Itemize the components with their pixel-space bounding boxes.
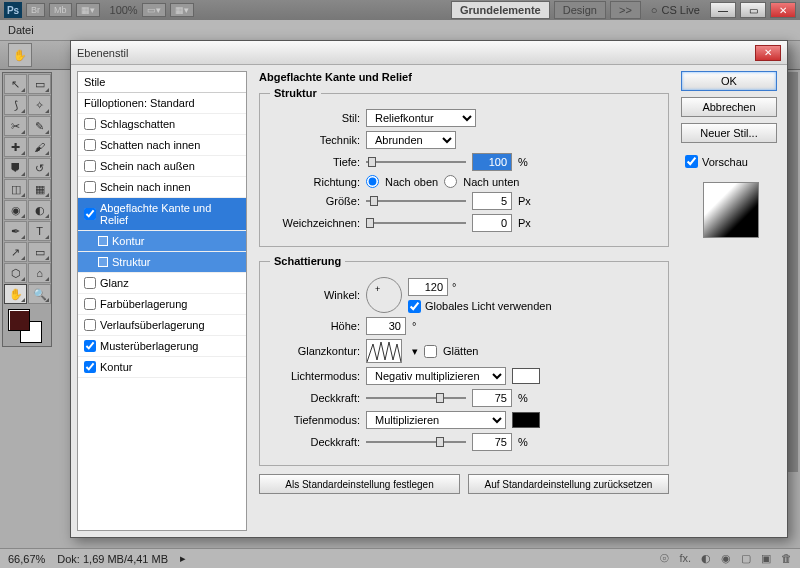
status-adjust-icon[interactable]: ◉	[721, 552, 731, 565]
global-light-checkbox[interactable]	[408, 300, 421, 313]
bridge-button[interactable]: Br	[26, 3, 45, 17]
status-trash-icon[interactable]: 🗑	[781, 552, 792, 565]
hoehe-input[interactable]	[366, 317, 406, 335]
style-schlagschatten[interactable]: Schlagschatten	[78, 114, 246, 135]
style-farbueberlagerung[interactable]: Farbüberlagerung	[78, 294, 246, 315]
stil-select[interactable]: Reliefkontur	[366, 109, 476, 127]
status-mask-icon[interactable]: ◐	[701, 552, 711, 565]
style-abgeflachte[interactable]: Abgeflachte Kante und Relief	[78, 198, 246, 231]
richtung-up-radio[interactable]	[366, 175, 379, 188]
status-new-icon[interactable]: ▣	[761, 552, 771, 565]
style-verlaufsueberlagerung[interactable]: Verlaufsüberlagerung	[78, 315, 246, 336]
weich-slider[interactable]	[366, 216, 466, 230]
richtung-down-radio[interactable]	[444, 175, 457, 188]
style-sub-struktur[interactable]: Struktur	[78, 252, 246, 273]
style-glanz[interactable]: Glanz	[78, 273, 246, 294]
pen-tool[interactable]: ✒	[4, 221, 27, 241]
deckkraft1-slider[interactable]	[366, 391, 466, 405]
blur-tool[interactable]: ◉	[4, 200, 27, 220]
style-schein-innen[interactable]: Schein nach innen	[78, 177, 246, 198]
type-tool[interactable]: T	[28, 221, 51, 241]
stamp-tool[interactable]: ⛊	[4, 158, 27, 178]
brush-tool[interactable]: 🖌	[28, 137, 51, 157]
zoom-readout[interactable]: 100%	[110, 4, 138, 16]
move-tool[interactable]: ↖	[4, 74, 27, 94]
cslive-button[interactable]: CS Live	[645, 4, 706, 16]
screen-mode-button[interactable]: ▦▾	[76, 3, 100, 17]
shape-tool[interactable]: ▭	[28, 242, 51, 262]
reset-default-button[interactable]: Auf Standardeinstellung zurücksetzen	[468, 474, 669, 494]
shadow-color-swatch[interactable]	[512, 412, 540, 428]
tiefe-slider[interactable]	[366, 155, 466, 169]
status-link-icon[interactable]: ⦾	[660, 552, 669, 565]
deckkraft2-input[interactable]	[472, 433, 512, 451]
checkbox-verlaufsueberlagerung[interactable]	[84, 319, 96, 331]
minimize-button[interactable]: —	[710, 2, 736, 18]
workspace-design[interactable]: Design	[554, 1, 606, 19]
preview-checkbox[interactable]	[685, 155, 698, 168]
status-fx-icon[interactable]: fx.	[679, 552, 691, 565]
status-folder-icon[interactable]: ▢	[741, 552, 751, 565]
crop-tool[interactable]: ✂	[4, 116, 27, 136]
dodge-tool[interactable]: ◐	[28, 200, 51, 220]
foreground-swatch[interactable]	[8, 309, 30, 331]
dialog-close-button[interactable]: ✕	[755, 45, 781, 61]
groesse-slider[interactable]	[366, 194, 466, 208]
extras-button[interactable]: ▦▾	[170, 3, 194, 17]
hand-tool-icon[interactable]: ✋	[8, 43, 32, 67]
checkbox-schein-aussen[interactable]	[84, 160, 96, 172]
style-schein-aussen[interactable]: Schein nach außen	[78, 156, 246, 177]
checkbox-schein-innen[interactable]	[84, 181, 96, 193]
fill-options-row[interactable]: Fülloptionen: Standard	[78, 93, 246, 114]
3d-tool[interactable]: ⬡	[4, 263, 27, 283]
deckkraft1-input[interactable]	[472, 389, 512, 407]
checkbox-glanz[interactable]	[84, 277, 96, 289]
zoom-tool[interactable]: 🔍	[28, 284, 51, 304]
tiefe-input[interactable]	[472, 153, 512, 171]
arrange-button[interactable]: ▭▾	[142, 3, 166, 17]
angle-dial[interactable]	[366, 277, 402, 313]
cancel-button[interactable]: Abbrechen	[681, 97, 777, 117]
groesse-input[interactable]	[472, 192, 512, 210]
glanzkontur-picker[interactable]	[366, 339, 402, 363]
status-doc[interactable]: Dok: 1,69 MB/4,41 MB	[57, 553, 168, 565]
style-kontur[interactable]: Kontur	[78, 357, 246, 378]
workspace-more[interactable]: >>	[610, 1, 641, 19]
color-swatches[interactable]	[4, 305, 51, 345]
minibridge-button[interactable]: Mb	[49, 3, 72, 17]
maximize-button[interactable]: ▭	[740, 2, 766, 18]
eyedropper-tool[interactable]: ✎	[28, 116, 51, 136]
camera-tool[interactable]: ⌂	[28, 263, 51, 283]
highlight-color-swatch[interactable]	[512, 368, 540, 384]
dialog-titlebar[interactable]: Ebenenstil ✕	[71, 41, 787, 65]
new-style-button[interactable]: Neuer Stil...	[681, 123, 777, 143]
weich-input[interactable]	[472, 214, 512, 232]
status-zoom[interactable]: 66,67%	[8, 553, 45, 565]
style-schatten-innen[interactable]: Schatten nach innen	[78, 135, 246, 156]
winkel-input[interactable]	[408, 278, 448, 296]
styles-header[interactable]: Stile	[78, 72, 246, 93]
marquee-tool[interactable]: ▭	[28, 74, 51, 94]
wand-tool[interactable]: ✧	[28, 95, 51, 115]
tiefenmodus-select[interactable]: Multiplizieren	[366, 411, 506, 429]
menu-datei[interactable]: Datei	[8, 24, 34, 36]
checkbox-farbueberlagerung[interactable]	[84, 298, 96, 310]
workspace-grundelemente[interactable]: Grundelemente	[451, 1, 550, 19]
deckkraft2-slider[interactable]	[366, 435, 466, 449]
panel-dock[interactable]	[788, 72, 798, 472]
checkbox-musterueberlagerung[interactable]	[84, 340, 96, 352]
checkbox-kontur[interactable]	[84, 361, 96, 373]
history-brush-tool[interactable]: ↺	[28, 158, 51, 178]
eraser-tool[interactable]: ◫	[4, 179, 27, 199]
ok-button[interactable]: OK	[681, 71, 777, 91]
technik-select[interactable]: Abrunden	[366, 131, 456, 149]
healing-tool[interactable]: ✚	[4, 137, 27, 157]
checkbox-schatten-innen[interactable]	[84, 139, 96, 151]
close-button[interactable]: ✕	[770, 2, 796, 18]
checkbox-abgeflachte[interactable]	[84, 208, 96, 220]
hand-tool[interactable]: ✋	[4, 284, 27, 304]
style-musterueberlagerung[interactable]: Musterüberlagerung	[78, 336, 246, 357]
make-default-button[interactable]: Als Standardeinstellung festlegen	[259, 474, 460, 494]
path-tool[interactable]: ↗	[4, 242, 27, 262]
lasso-tool[interactable]: ⟆	[4, 95, 27, 115]
